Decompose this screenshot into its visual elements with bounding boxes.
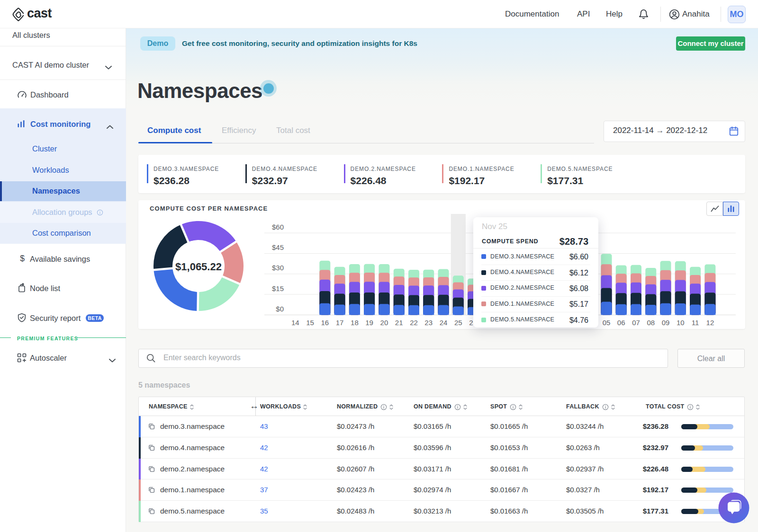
svg-text:19: 19	[365, 319, 373, 327]
svg-text:24: 24	[440, 319, 448, 327]
svg-text:$45: $45	[272, 243, 284, 251]
svg-text:12: 12	[706, 319, 714, 327]
svg-text:16: 16	[321, 319, 329, 327]
svg-text:21: 21	[395, 319, 403, 327]
svg-text:$0: $0	[276, 305, 284, 313]
svg-text:$60: $60	[272, 223, 284, 231]
svg-text:15: 15	[306, 319, 314, 327]
svg-text:22: 22	[410, 319, 418, 327]
svg-text:08: 08	[647, 319, 655, 327]
svg-text:10: 10	[677, 319, 685, 327]
svg-text:07: 07	[632, 319, 640, 327]
svg-text:20: 20	[380, 319, 388, 327]
svg-text:$1,065.22: $1,065.22	[175, 261, 222, 273]
svg-text:18: 18	[351, 319, 359, 327]
svg-text:11: 11	[692, 319, 699, 327]
svg-text:06: 06	[617, 319, 625, 327]
svg-text:$15: $15	[272, 284, 284, 293]
svg-text:25: 25	[454, 319, 462, 327]
svg-text:17: 17	[336, 319, 344, 327]
svg-text:$30: $30	[272, 264, 284, 272]
svg-text:09: 09	[662, 319, 670, 327]
svg-text:14: 14	[291, 319, 299, 327]
svg-text:23: 23	[424, 319, 433, 327]
svg-text:05: 05	[603, 319, 611, 327]
